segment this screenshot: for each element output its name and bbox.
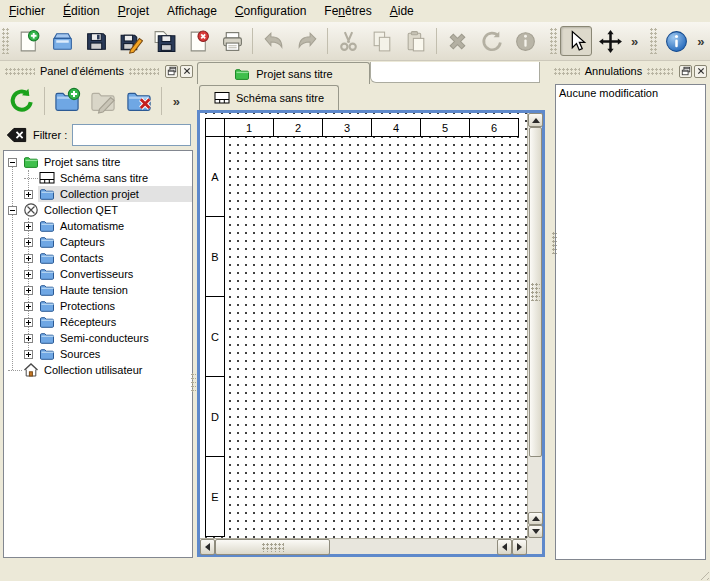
clear-filter-button[interactable] [5,126,28,144]
toolbar-drag-handle[interactable] [650,28,657,54]
tree-item-convertisseurs[interactable]: Convertisseurs [4,266,192,282]
menu-configuration[interactable]: Configuration [226,1,315,21]
save-as-button[interactable] [114,26,146,56]
save-button[interactable] [80,26,112,56]
info-blue-button[interactable] [660,26,692,56]
tree-item-automatisme[interactable]: Automatisme [4,218,192,234]
undo-panel-titlebar[interactable]: Annulations [549,62,710,80]
tree-item-capteurs[interactable]: Capteurs [4,234,192,250]
close-icon [696,66,706,76]
print-button[interactable] [216,26,248,56]
tree-item-haute-tension[interactable]: Haute tension [4,282,192,298]
scroll-left-button[interactable] [497,539,512,555]
tree-item-projet-sans-titre[interactable]: Projet sans titre [4,154,192,170]
tree-item-sources[interactable]: Sources [4,346,192,362]
tree-item-collection-utilisateur[interactable]: Collection utilisateur [4,362,192,378]
expand-icon[interactable] [24,238,33,247]
menu-affichage[interactable]: Affichage [158,1,226,21]
horizontal-scroll-buttons [497,539,527,555]
info-gray-button[interactable] [509,26,541,56]
expand-icon[interactable] [24,190,33,199]
delete-button[interactable] [441,26,473,56]
dock-close-button[interactable] [694,65,707,78]
expand-icon[interactable] [24,254,33,263]
tree-item-recepteurs[interactable]: Récepteurs [4,314,192,330]
pointer-button[interactable] [560,26,592,56]
scroll-down-button[interactable] [528,525,543,538]
toolbar-overflow-button[interactable]: » [693,34,708,49]
vertical-scrollbar[interactable] [527,113,542,538]
tree-label: Capteurs [60,236,105,248]
new-folder-button[interactable] [50,82,84,120]
folder-icon [39,250,55,266]
elements-panel-titlebar[interactable]: Panel d'éléments [0,62,196,80]
edit-folder-button[interactable] [86,82,120,120]
scroll-right-button[interactable] [512,539,527,555]
expand-icon[interactable] [24,270,33,279]
undo-button[interactable] [257,26,289,56]
expand-icon[interactable] [24,350,33,359]
expand-icon[interactable] [24,302,33,311]
expand-icon[interactable] [24,318,33,327]
save-all-button[interactable] [148,26,180,56]
tree-item-semi-conducteurs[interactable]: Semi-conducteurs [4,330,192,346]
tab-project-sans-titre[interactable]: Projet sans titre [197,62,370,84]
schema-canvas[interactable]: 123456ABCDE [200,113,527,538]
paste-button[interactable] [400,26,432,56]
move-button[interactable] [594,26,626,56]
rotate-button[interactable] [475,26,507,56]
scroll-up-button[interactable] [528,512,543,525]
menu-fenetres[interactable]: Fenêtres [315,1,380,21]
copy-button[interactable] [366,26,398,56]
open-button[interactable] [46,26,78,56]
cut-button[interactable] [332,26,364,56]
splitter-handle[interactable] [191,373,196,393]
delete-folder-button[interactable] [122,82,156,120]
expand-icon[interactable] [24,334,33,343]
vertical-scrollbar-thumb[interactable] [529,127,542,457]
expand-icon[interactable] [24,286,33,295]
application-window: FichierÉditionProjetAffichageConfigurati… [0,0,710,581]
tree-label: Convertisseurs [60,268,133,280]
undo-list-item[interactable]: Aucune modification [556,85,705,101]
close-icon [182,66,192,76]
tree-item-contacts[interactable]: Contacts [4,250,192,266]
horizontal-scrollbar-thumb[interactable] [215,539,330,555]
schema-icon [39,170,55,186]
dock-close-button[interactable] [180,65,193,78]
tree-item-schema-sans-titre[interactable]: Schéma sans titre [4,170,192,186]
menu-aide[interactable]: Aide [381,1,423,21]
toolbar-drag-handle[interactable] [550,28,557,54]
dock-float-button[interactable] [679,65,692,78]
scroll-up-button[interactable] [528,113,543,127]
toolbar-overflow-button[interactable]: » [627,34,642,49]
toolbar-overflow-button[interactable]: » [169,94,184,109]
dock-float-button[interactable] [165,65,178,78]
splitter-handle[interactable] [552,232,557,254]
save-as-icon [118,29,143,54]
tree-item-collection-qet[interactable]: Collection QET [4,202,192,218]
scroll-left-button[interactable] [200,539,215,555]
folder-icon [39,330,55,346]
undo-panel-title: Annulations [585,65,643,77]
tree-item-protections[interactable]: Protections [4,298,192,314]
redo-button[interactable] [291,26,323,56]
filter-input[interactable] [72,124,191,146]
dock-handle-texture [554,68,580,75]
collapse-icon[interactable] [8,206,17,215]
new-document-button[interactable] [12,26,44,56]
close-document-button[interactable] [182,26,214,56]
tab-schema-sans-titre[interactable]: Schéma sans titre [199,85,339,110]
expand-icon[interactable] [24,222,33,231]
toolbar-drag-handle[interactable] [2,28,9,54]
menu-projet[interactable]: Projet [109,1,158,21]
reload-button[interactable] [5,82,39,120]
collapse-icon[interactable] [8,158,17,167]
tree-item-collection-projet[interactable]: Collection projet [4,186,192,202]
left-dock-window-buttons [164,65,194,78]
resize-grip[interactable] [697,568,709,580]
menu-fichier[interactable]: Fichier [0,1,54,21]
menu-edition[interactable]: Édition [54,1,109,21]
horizontal-scrollbar[interactable] [200,538,527,554]
elements-toolbar-items [4,82,166,120]
